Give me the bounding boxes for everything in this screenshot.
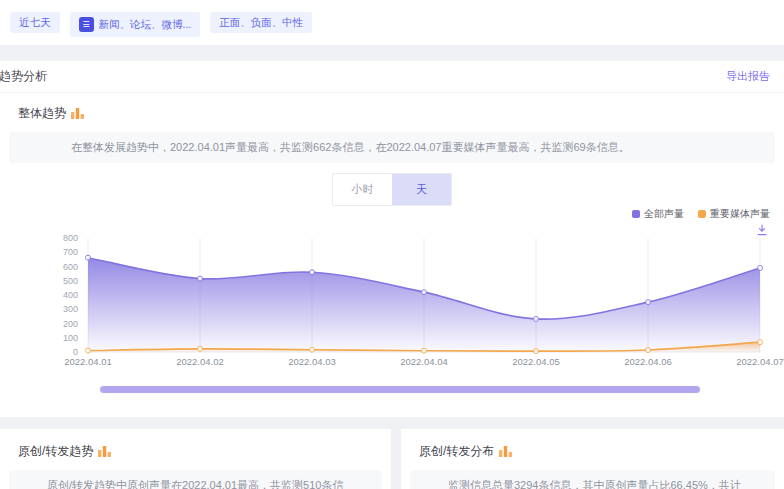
trend-analysis-panel: 趋势分析 导出报告 整体趋势 在整体发展趋势中，2022.04.01声量最高，共… [0, 61, 784, 417]
trend-area-chart: 2022.04.012022.04.022022.04.032022.04.04… [0, 220, 784, 370]
original-repost-distribution-title: 原创/转发分布 [419, 443, 494, 460]
svg-text:2022.04.05: 2022.04.05 [512, 356, 560, 367]
svg-text:400: 400 [63, 290, 78, 300]
granularity-toggle: 小时 天 [332, 173, 452, 206]
svg-text:2022.04.02: 2022.04.02 [176, 356, 224, 367]
download-icon [756, 224, 768, 236]
svg-text:800: 800 [63, 233, 78, 243]
sentiment-chip-label: 正面、负面、中性 [219, 17, 303, 28]
legend-item-media-volume[interactable]: 重要媒体声量 [698, 207, 770, 221]
svg-text:300: 300 [63, 304, 78, 314]
overall-trend-title: 整体趋势 [18, 105, 66, 122]
original-repost-trend-card: 原创/转发趋势 原创/转发趋势中原创声量在2022.04.01最高，共监测510… [0, 429, 391, 489]
original-repost-distribution-card: 原创/转发分布 监测信息总量3294条信息，其中原创声量占比66.45%，共计2… [401, 429, 784, 489]
overall-trend-title-row: 整体趋势 [18, 105, 784, 122]
legend-swatch-purple [632, 210, 640, 218]
chart-zoom-scrollbar[interactable] [100, 386, 700, 393]
export-report-link[interactable]: 导出报告 [726, 69, 770, 84]
spacer [0, 45, 784, 61]
download-chart-button[interactable] [756, 224, 768, 236]
date-range-chip[interactable]: 近七天 [10, 12, 60, 33]
legend-label-media-volume: 重要媒体声量 [710, 207, 770, 221]
overall-trend-summary: 在整体发展趋势中，2022.04.01声量最高，共监测662条信息，在2022.… [9, 132, 775, 163]
svg-text:700: 700 [63, 247, 78, 257]
panel-body: 整体趋势 在整体发展趋势中，2022.04.01声量最高，共监测662条信息，在… [0, 93, 784, 417]
svg-text:200: 200 [63, 318, 78, 328]
bar-chart-icon [499, 446, 512, 457]
svg-text:600: 600 [63, 261, 78, 271]
sources-icon: ☰ [79, 17, 94, 32]
svg-text:500: 500 [63, 275, 78, 285]
original-repost-trend-title-row: 原创/转发趋势 [18, 443, 391, 460]
bottom-cards-row: 原创/转发趋势 原创/转发趋势中原创声量在2022.04.01最高，共监测510… [0, 429, 784, 489]
svg-text:0: 0 [73, 347, 78, 357]
panel-header: 趋势分析 导出报告 [0, 61, 784, 93]
svg-text:2022.04.06: 2022.04.06 [624, 356, 672, 367]
filter-bar: 近七天 ☰ 新闻、论坛、微博... 正面、负面、中性 [0, 0, 784, 45]
svg-text:2022.04.04: 2022.04.04 [400, 356, 448, 367]
sources-chip-label: 新闻、论坛、微博... [99, 19, 192, 30]
sentiment-chip[interactable]: 正面、负面、中性 [210, 12, 312, 33]
sources-chip[interactable]: ☰ 新闻、论坛、微博... [70, 12, 201, 37]
legend-label-all-volume: 全部声量 [644, 207, 684, 221]
toggle-hour-button[interactable]: 小时 [333, 174, 392, 205]
bar-chart-icon [98, 446, 111, 457]
svg-text:2022.04.01: 2022.04.01 [64, 356, 112, 367]
legend-swatch-orange [698, 210, 706, 218]
page-title: 趋势分析 [0, 68, 47, 85]
original-repost-distribution-title-row: 原创/转发分布 [419, 443, 784, 460]
svg-text:2022.04.03: 2022.04.03 [288, 356, 336, 367]
legend-item-all-volume[interactable]: 全部声量 [632, 207, 684, 221]
chart-legend: 全部声量 重要媒体声量 [0, 208, 770, 220]
original-repost-trend-title: 原创/转发趋势 [18, 443, 93, 460]
chart-zoom-track [100, 386, 700, 393]
svg-text:2022.04.07: 2022.04.07 [736, 356, 784, 367]
original-repost-trend-summary: 原创/转发趋势中原创声量在2022.04.01最高，共监测510条信息；转发声量… [9, 470, 382, 489]
svg-text:100: 100 [63, 332, 78, 342]
chart-area: 全部声量 重要媒体声量 2022.04.012022.04.022022.04.… [0, 208, 784, 393]
original-repost-distribution-summary: 监测信息总量3294条信息，其中原创声量占比66.45%，共计2189条信息；转… [410, 470, 775, 489]
date-range-chip-label: 近七天 [19, 17, 51, 28]
toggle-day-button[interactable]: 天 [392, 174, 451, 205]
bar-chart-icon [71, 108, 84, 119]
